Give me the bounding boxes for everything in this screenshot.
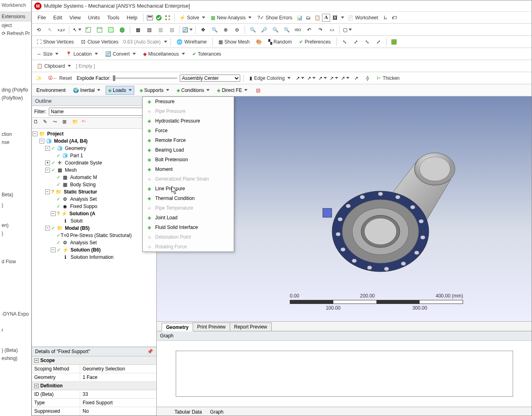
frag-tab[interactable]: Extensions <box>0 12 31 21</box>
tree-automesh[interactable]: Automatic M <box>69 175 98 180</box>
axis4-icon[interactable]: ⤢ <box>374 37 383 46</box>
tab-graph[interactable]: Graph <box>206 408 227 416</box>
menu-file[interactable]: File <box>34 13 49 22</box>
t2-icon[interactable]: ✎ <box>43 119 51 127</box>
grid2-icon[interactable]: ▤ <box>145 25 154 34</box>
clipboard-button[interactable]: 📋Clipboard <box>34 62 73 70</box>
mag2-icon[interactable]: 🔍 <box>282 25 291 34</box>
convert-button[interactable]: 🔄Convert <box>103 50 138 58</box>
edge-coloring-button[interactable]: ▮Edge Coloring <box>247 75 293 82</box>
arrow-icon[interactable]: ↖ <box>73 25 81 34</box>
e6-icon[interactable]: ↗ <box>352 74 361 83</box>
tree-coord[interactable]: Coordinate Syste <box>64 160 103 166</box>
icon-d[interactable]: A <box>322 14 330 22</box>
details-row[interactable]: Geometry1 Face <box>32 373 156 382</box>
preferences-button[interactable]: ✔Preferences <box>297 38 333 46</box>
tolerances-button[interactable]: ✔Tolerances <box>190 50 224 58</box>
assembly-center-select[interactable]: Assembly Center <box>180 75 240 82</box>
menu-edit[interactable]: Edit <box>50 13 65 22</box>
viewport-icon[interactable]: ▢ <box>343 25 352 34</box>
icon-b[interactable]: 🗂 <box>304 14 312 22</box>
expander[interactable]: − <box>45 146 50 151</box>
dots-icon[interactable] <box>164 14 172 22</box>
show-errors-button[interactable]: ?✓ Show Errors <box>255 14 295 22</box>
pan-icon[interactable]: ✥ <box>199 25 208 34</box>
wireframe-button[interactable]: 🌐Wireframe <box>174 38 209 46</box>
new-analysis-button[interactable]: ▦ New Analysis <box>208 14 254 22</box>
e4-icon[interactable]: ↗ <box>329 74 338 83</box>
t1-icon[interactable]: 🗋 <box>33 119 42 127</box>
frag-project[interactable]: oject <box>0 21 31 29</box>
loads-item-fluid-solid-interface[interactable]: ◈Fluid Solid Interface <box>143 223 234 232</box>
cube-icon[interactable] <box>118 25 127 34</box>
tree-static[interactable]: Static Structur <box>63 189 98 195</box>
loads-item-hydrostatic-pressure[interactable]: ◈Hydrostatic Pressure <box>143 116 234 126</box>
e7-icon[interactable]: ⟠ <box>363 74 372 83</box>
details-value[interactable]: Fixed Support <box>80 399 156 407</box>
check-icon[interactable] <box>155 14 163 22</box>
box3-icon[interactable] <box>106 25 115 34</box>
expander[interactable]: − <box>45 226 50 231</box>
inertial-button[interactable]: 🌍Inertial <box>71 86 102 94</box>
tab-print-preview[interactable]: Print Preview <box>193 322 230 331</box>
frag-refresh[interactable]: ⟳ Refresh Pr <box>0 29 31 37</box>
expander[interactable]: + <box>45 160 50 165</box>
env-extra-icon[interactable]: ▤ <box>256 87 260 93</box>
axis2-icon[interactable]: ⤢ <box>351 37 360 46</box>
expander[interactable]: − <box>39 139 44 144</box>
loads-item-pressure[interactable]: ◈Pressure <box>143 97 234 106</box>
tree-solinfo[interactable]: Soluti <box>70 218 83 224</box>
paint-icon[interactable]: 🎨 <box>255 37 264 46</box>
explode-slider[interactable] <box>113 77 177 79</box>
e1-icon[interactable]: ↗ <box>295 74 304 83</box>
details-group[interactable]: −Definition <box>32 382 156 390</box>
tree-bodysizing[interactable]: Body Sizing <box>69 182 96 187</box>
directfe-button[interactable]: ◈Direct FE <box>215 86 249 94</box>
zoom-out-icon[interactable]: ⊖ <box>233 25 241 34</box>
box1-icon[interactable] <box>84 25 93 34</box>
tree-prestress[interactable]: Pre-Stress (Static Structural) <box>69 233 133 238</box>
refresh2-icon[interactable]: 🔄 <box>183 25 192 34</box>
details-value[interactable]: 1 Face <box>80 373 156 381</box>
show-vertices-button[interactable]: ⛶Show Vertices <box>34 38 76 46</box>
tree-anaset2[interactable]: Analysis Set <box>69 240 98 245</box>
menu-help[interactable]: Help <box>123 13 141 22</box>
tab-report-preview[interactable]: Report Preview <box>230 322 272 331</box>
box2-icon[interactable] <box>95 25 104 34</box>
details-row[interactable]: TypeFixed Support <box>32 399 156 407</box>
t3-icon[interactable]: ⤳ <box>53 119 61 127</box>
tab-tabular[interactable]: Tabular Data <box>170 408 206 416</box>
console-icon[interactable] <box>146 14 154 22</box>
details-value[interactable]: No <box>80 407 156 415</box>
grid4-icon[interactable]: ▧ <box>167 25 176 34</box>
thicken-button[interactable]: ⊢Thicken <box>374 75 402 82</box>
misc-button[interactable]: ◆Miscellaneous <box>141 50 187 58</box>
loads-item-force[interactable]: ◈Force <box>143 126 234 135</box>
e3-icon[interactable]: ↗ <box>318 74 327 83</box>
conditions-button[interactable]: ◈Conditions <box>175 86 212 94</box>
loads-item-bolt-pretension[interactable]: ◈Bolt Pretension <box>143 155 234 164</box>
sort-icon[interactable]: A↓ <box>82 119 90 127</box>
tree-solB[interactable]: Solution (B6) <box>70 247 102 253</box>
menu-tools[interactable]: Tools <box>104 13 123 22</box>
expander[interactable]: − <box>51 211 56 216</box>
prev-icon[interactable]: ↶ <box>305 25 314 34</box>
xyz-icon[interactable]: x,y,z <box>57 25 66 34</box>
icon-c[interactable]: 📋 <box>313 14 321 22</box>
solve-button[interactable]: ⚡ Solve <box>177 14 208 22</box>
loads-item-remote-force[interactable]: ◈Remote Force <box>143 135 234 145</box>
grid1-icon[interactable]: ▦ <box>133 25 142 34</box>
loads-item-line-pressure[interactable]: ◈Line Pressure <box>143 184 234 193</box>
tree-part1[interactable]: Part 1 <box>69 153 84 158</box>
details-value[interactable]: 33 <box>80 390 156 398</box>
tab-geometry[interactable]: Geometry <box>162 323 193 331</box>
tree-solA[interactable]: Solution (A <box>69 211 96 216</box>
details-row[interactable]: SuppressedNo <box>32 407 156 416</box>
worksheet-button[interactable]: 📄 Worksheet <box>345 14 380 22</box>
cube2-icon[interactable]: 🟩 <box>390 37 399 46</box>
e5-icon[interactable]: ↗ <box>341 74 349 83</box>
loads-item-joint-load[interactable]: ◈Joint Load <box>143 213 234 223</box>
loads-button[interactable]: ◈Loads <box>106 86 134 95</box>
details-row[interactable]: Scoping MethodGeometry Selection <box>32 365 156 373</box>
menu-view[interactable]: View <box>66 13 84 22</box>
